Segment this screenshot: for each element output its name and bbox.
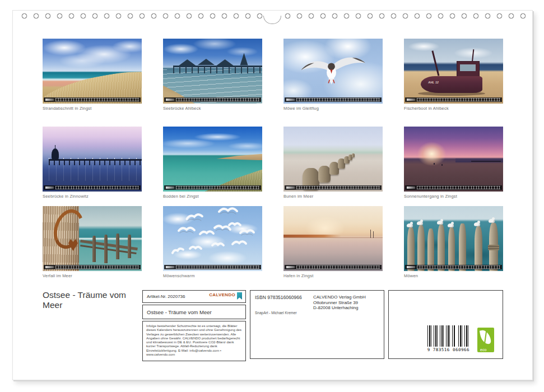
shoreline <box>217 154 262 161</box>
wooden-post <box>438 225 445 271</box>
photo-rusty-anchor <box>43 206 142 271</box>
month-thumbnail: Sonnenuntergang in Zingst <box>404 127 503 199</box>
month-thumbnail: Möwenschwarm <box>163 206 262 278</box>
thumbnail-caption: Möwen <box>404 273 503 278</box>
publisher-box: ISBN 9783516060966 CALVENDO Verlag GmbH … <box>250 290 384 359</box>
calendar-strip <box>164 265 261 269</box>
thumbnail-caption: Sonnenuntergang in Zingst <box>404 194 503 199</box>
calvendo-wordmark-block: CALVENDO <box>209 292 235 297</box>
photo-gull-flock <box>163 206 262 271</box>
publisher-street: Ottobrunner Straße 39 <box>313 300 366 306</box>
seagull-icon <box>417 221 423 225</box>
seagull-flock-icon <box>163 206 262 271</box>
month-thumbnail: Bunen im Meer <box>283 127 383 199</box>
boat-mast <box>373 231 374 238</box>
calendar-strip <box>44 97 141 102</box>
thumbnail-row-2: Seebrücke in Zinnowitz Bodden bei Zingst <box>43 127 503 199</box>
photo-sunset-zingst <box>404 127 503 192</box>
seagull-icon <box>474 222 480 226</box>
month-thumbnail: Strandabschnitt in Zingst <box>43 39 142 111</box>
product-info-column: Artikel-Nr. 2020736 CALVENDO Ostsee - Tr… <box>142 290 246 361</box>
thumbnail-caption: Möwenschwarm <box>163 273 262 278</box>
calendar-strip <box>285 265 382 269</box>
thumbnail-caption: Seebrücke in Zinnowitz <box>43 194 142 199</box>
publisher-name: CALVENDO Verlag GmbH <box>313 295 366 300</box>
photo-beach-zingst <box>43 39 142 104</box>
publisher-city: D-82008 Unterhaching <box>313 305 366 311</box>
wooden-post-with-rope <box>489 223 498 271</box>
calendar-strip <box>164 97 261 102</box>
thumbnail-row-3: Verfall im Meer <box>43 206 503 278</box>
seagull-icon <box>407 223 413 227</box>
calendar-strip <box>405 97 502 102</box>
pier-spire <box>239 53 250 66</box>
thumbnail-caption: Seebrücke Ahlbeck <box>163 106 262 111</box>
pier-roof <box>179 59 196 66</box>
jetty-post <box>128 235 131 258</box>
wooden-post <box>475 226 482 271</box>
spiral-punch-holes-right <box>282 12 529 20</box>
jetty-post <box>92 236 96 262</box>
barcode-box: 9 783516 060966 eco <box>388 290 503 359</box>
barcode-group: 9 783516 060966 eco <box>427 325 494 352</box>
boat-mast <box>370 230 371 238</box>
calvendo-wordmark: CALVENDO <box>209 292 235 297</box>
pier-roof <box>198 59 215 65</box>
beach-walker <box>441 164 443 166</box>
thumbnail-caption: Hafen in Zingst <box>283 273 383 278</box>
isbn: ISBN 9783516060966 <box>255 295 302 300</box>
spiral-punch-holes-left <box>18 12 266 20</box>
wooden-post <box>459 223 466 271</box>
thumbnail-caption: Fischerboot in Ahlbeck <box>404 106 503 111</box>
month-thumbnail: Möwen <box>404 206 503 278</box>
thumbnail-caption: Bunen im Meer <box>283 194 383 199</box>
calendar-strip <box>285 97 382 102</box>
calendar-strip <box>285 185 382 190</box>
calendar-title-box: Ostsee - Träume vom Meer <box>142 305 246 319</box>
boat-registration: AHL 12 <box>428 81 439 84</box>
wooden-post <box>417 225 425 271</box>
calendar-strip <box>405 185 502 190</box>
photo-groynes <box>283 127 383 192</box>
calendar-title: Ostsee - Träume vom Meer <box>43 290 135 310</box>
thumbnail-caption: Strandabschnitt in Zingst <box>43 106 142 111</box>
month-thumbnail: AHL 12 Fischerboot in Ahlbeck <box>404 39 503 111</box>
hanger-notch <box>263 16 281 24</box>
month-thumbnail: Möwe im Gleitflug <box>283 39 383 111</box>
seagull-icon <box>448 223 454 227</box>
leaf-icon <box>480 329 491 346</box>
article-number: Artikel-Nr. 2020736 <box>147 294 185 299</box>
eco-label: eco <box>477 328 494 352</box>
month-thumbnail: Hafen in Zingst <box>283 206 383 278</box>
horizon-line <box>283 237 383 239</box>
legal-text: Infolge bestehender Schutzrechte ist es … <box>142 321 246 361</box>
barcode-bars <box>427 325 469 347</box>
calendar-strip <box>44 185 141 190</box>
beach-walker <box>434 163 435 165</box>
pier-legs <box>173 67 262 73</box>
photo-harbour-zingst <box>283 206 383 271</box>
photo-gliding-gull <box>283 39 383 104</box>
thumbnail-grid: Strandabschnitt in Zingst Seebrücke Ahlb… <box>43 39 508 285</box>
boat-mast <box>431 50 439 76</box>
publisher-address: CALVENDO Verlag GmbH Ottobrunner Straße … <box>313 295 366 311</box>
groyne-post <box>352 153 355 157</box>
barcode-digits: 9 783516 060966 <box>427 347 469 352</box>
ean-barcode: 9 783516 060966 <box>427 325 469 352</box>
thumbnail-row-1: Strandabschnitt in Zingst Seebrücke Ahlb… <box>43 39 503 111</box>
photo-pier-ahlbeck <box>163 39 262 104</box>
seagull-icon <box>489 219 495 223</box>
water-reflections <box>49 164 142 181</box>
diving-gondola-tower <box>52 148 59 161</box>
groyne-post <box>318 166 331 183</box>
photo-bodden-lagoon <box>163 127 262 192</box>
month-thumbnail: Verfall im Meer <box>43 206 142 278</box>
month-thumbnail: Seebrücke in Zinnowitz <box>43 127 142 199</box>
boat-hull: AHL 12 <box>421 76 482 93</box>
calendar-back-sheet: Strandabschnitt in Zingst Seebrücke Ahlb… <box>12 10 533 380</box>
thumbnail-caption: Möwe im Gleitflug <box>283 106 383 111</box>
pier-legs <box>49 160 142 165</box>
photo-gulls-on-posts <box>404 206 503 271</box>
calendar-strip <box>164 185 261 190</box>
photo-fishing-boat: AHL 12 <box>404 39 503 104</box>
